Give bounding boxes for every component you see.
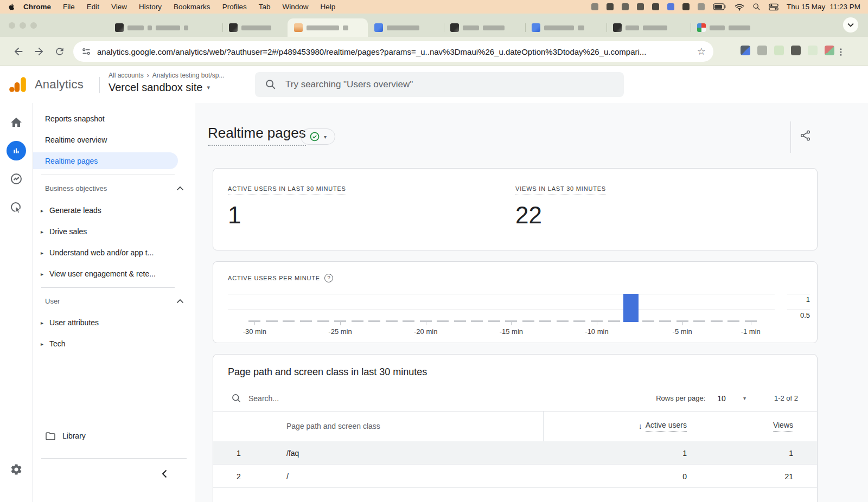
metric-label[interactable]: VIEWS IN LAST 30 MINUTES [515,185,606,195]
reports-icon-active[interactable] [7,141,26,160]
nav-reports-snapshot[interactable]: Reports snapshot [45,112,105,126]
chart-help-icon[interactable]: ? [324,274,333,282]
expander-icon[interactable]: ▸ [41,250,43,256]
status-icon-redacted[interactable] [591,3,598,10]
browser-tab[interactable] [525,18,607,37]
control-center-icon[interactable] [769,3,778,11]
browser-tab[interactable] [108,18,222,37]
wifi-icon[interactable] [735,3,744,11]
apple-logo-icon[interactable] [8,2,16,11]
back-button[interactable] [12,45,25,58]
global-search-input[interactable] [285,79,614,90]
table-row[interactable]: 1 /faq 1 1 [213,441,817,465]
menu-chrome[interactable]: Chrome [23,3,51,11]
browser-tab[interactable] [444,18,525,37]
battery-icon[interactable] [713,3,726,10]
status-icon-redacted[interactable] [682,3,690,10]
status-icon-redacted[interactable] [698,3,705,10]
extension-icon-redacted[interactable] [774,46,784,55]
nav-library[interactable]: Library [45,428,86,443]
bookmark-star-icon[interactable]: ☆ [697,47,706,56]
nav-realtime-overview[interactable]: Realtime overview [45,133,107,147]
status-icon-redacted[interactable] [637,3,644,10]
collapse-sidebar-button[interactable] [159,468,170,479]
table-row[interactable]: 2 / 0 21 [213,465,817,488]
x-tick [254,322,255,325]
menu-edit[interactable]: Edit [87,3,99,11]
extension-icon-redacted[interactable] [791,46,801,55]
nav-tech[interactable]: ▸ Tech [41,337,66,351]
menu-bookmarks[interactable]: Bookmarks [174,3,210,11]
nav-drive-sales[interactable]: ▸ Drive sales [41,224,87,239]
rows-per-page-value[interactable]: 10 [717,394,726,403]
analytics-logo[interactable] [8,75,28,96]
expander-icon[interactable]: ▸ [41,320,43,326]
nav-realtime-pages-active[interactable]: Realtime pages [33,152,178,169]
browser-tab[interactable] [368,18,444,37]
extension-icon-redacted[interactable] [808,46,818,55]
browser-tab[interactable] [222,18,288,37]
advertising-icon[interactable] [10,201,23,214]
browser-tab-active[interactable] [288,18,368,37]
col-page-path[interactable]: Page path and screen class [286,411,380,441]
menu-history[interactable]: History [139,3,162,11]
chrome-menu-button[interactable] [834,46,847,59]
status-icon-redacted[interactable] [607,3,614,10]
section-business-objectives[interactable]: Business objectives [45,184,184,192]
minimize-window-button[interactable] [20,22,26,29]
col-active-users[interactable]: ↓ Active users [639,411,687,441]
page-title[interactable]: Realtime pages [208,125,306,146]
menu-profiles[interactable]: Profiles [222,3,247,11]
col-views[interactable]: Views [773,411,793,441]
nav-user-attributes[interactable]: ▸ User attributes [41,316,99,330]
global-search-bar[interactable] [255,72,624,97]
share-icon[interactable] [799,129,812,144]
tab-favicon [115,23,124,32]
site-info-icon[interactable] [81,46,92,57]
browser-tab[interactable] [607,18,691,37]
report-status-pill[interactable]: ▾ [301,128,335,145]
breadcrumb-account[interactable]: Analytics testing bot/sp... [152,72,225,79]
close-window-button[interactable] [9,22,15,29]
table-search-input[interactable] [248,394,411,403]
extension-icon-redacted[interactable] [825,46,834,55]
home-icon[interactable] [10,116,23,129]
tab-favicon [450,23,459,32]
breadcrumb-all-accounts[interactable]: All accounts [108,72,144,79]
chevron-up-icon[interactable] [176,186,184,191]
expander-icon[interactable]: ▸ [41,229,43,235]
status-icon-redacted[interactable] [652,3,659,10]
extension-icon-redacted[interactable] [741,46,750,55]
menu-window[interactable]: Window [282,3,308,11]
expander-icon[interactable]: ▸ [41,271,43,277]
menu-help[interactable]: Help [320,3,335,11]
explore-icon[interactable] [10,172,23,185]
nav-understand-web-app[interactable]: ▸ Understand web and/or app t... [41,246,154,260]
address-bar[interactable]: analytics.google.com/analytics/web/?auth… [73,41,713,62]
metric-label[interactable]: ACTIVE USERS IN LAST 30 MINUTES [228,185,346,195]
nav-view-user-engagement[interactable]: ▸ View user engagement & rete... [41,267,156,281]
browser-tab[interactable] [691,18,772,37]
status-icon-redacted[interactable] [622,3,629,10]
zoom-window-button[interactable] [30,22,37,29]
menu-file[interactable]: File [63,3,75,11]
section-user[interactable]: User [45,297,184,305]
menubar-clock[interactable]: Thu 15 May 11:23 PM [787,3,860,11]
menu-view[interactable]: View [111,3,127,11]
extension-icon-redacted[interactable] [757,46,767,55]
rows-per-page-caret-icon[interactable]: ▾ [743,395,746,401]
nav-generate-leads[interactable]: ▸ Generate leads [41,203,101,217]
url-text[interactable]: analytics.google.com/analytics/web/?auth… [97,47,692,56]
admin-gear-icon[interactable] [10,463,23,476]
spotlight-search-icon[interactable] [752,3,761,11]
forward-button[interactable] [33,45,46,58]
product-name[interactable]: Analytics [35,78,84,92]
reload-button[interactable] [53,45,66,58]
property-selector[interactable]: Vercel sandbox site ▾ [108,81,224,94]
chevron-up-icon[interactable] [176,299,184,304]
tab-search-chevron-button[interactable] [843,17,858,33]
status-icon-redacted-blue[interactable] [667,3,674,10]
expander-icon[interactable]: ▸ [41,208,43,214]
expander-icon[interactable]: ▸ [41,341,43,347]
menu-tab[interactable]: Tab [259,3,271,11]
